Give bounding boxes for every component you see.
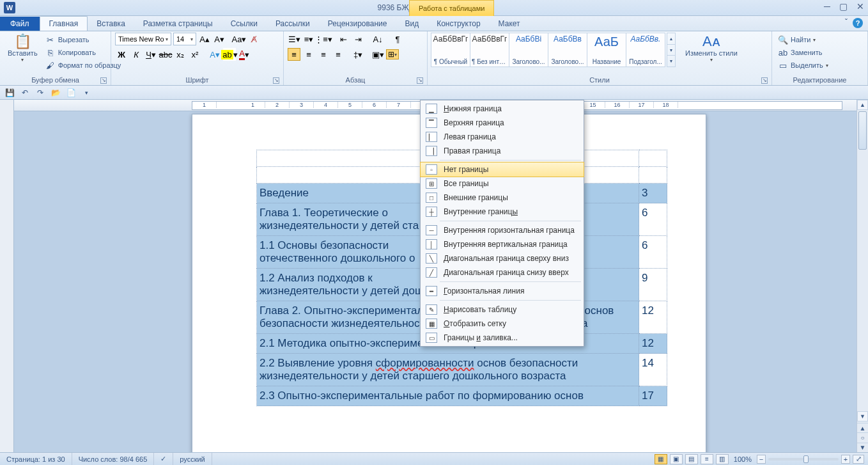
view-print-layout-button[interactable]: ▦ bbox=[655, 454, 667, 464]
menu-item-all-borders[interactable]: ⊞Все границы bbox=[421, 177, 584, 191]
subscript-button[interactable]: x₂ bbox=[174, 48, 187, 61]
decrease-indent-button[interactable]: ⇤ bbox=[337, 33, 350, 45]
zoom-out-button[interactable]: − bbox=[757, 455, 766, 464]
styles-gallery-scroll[interactable]: ▴▾▾ bbox=[667, 33, 676, 67]
style-item[interactable]: АаБбВвГг¶ Без инте... bbox=[470, 33, 509, 67]
change-case-button[interactable]: Aa▾ bbox=[233, 33, 245, 45]
view-full-screen-button[interactable]: ▣ bbox=[670, 454, 683, 464]
menu-item-view-gridlines[interactable]: ▦Отобразить сетку bbox=[421, 317, 584, 331]
tab-view[interactable]: Вид bbox=[396, 17, 428, 31]
style-item[interactable]: АаБбВвГг¶ Обычный bbox=[431, 33, 470, 67]
find-button[interactable]: 🔍Найти ▾ bbox=[776, 34, 864, 45]
status-language[interactable]: русский bbox=[173, 453, 212, 465]
prev-page-button[interactable]: ▲ bbox=[857, 423, 868, 432]
menu-item-inside-h-border[interactable]: ─Внутренняя горизонтальная граница bbox=[421, 223, 584, 237]
tab-page-layout[interactable]: Разметка страницы bbox=[134, 17, 222, 31]
menu-item-draw-table[interactable]: ✎Нарисовать таблицу bbox=[421, 303, 584, 317]
view-outline-button[interactable]: ≡ bbox=[701, 454, 713, 464]
view-draft-button[interactable]: ▥ bbox=[716, 454, 729, 464]
underline-button[interactable]: Ч▾ bbox=[144, 48, 157, 61]
font-size-combo[interactable]: 14▾ bbox=[173, 33, 196, 45]
numbering-button[interactable]: ≡▾ bbox=[302, 33, 315, 45]
style-item[interactable]: АаБбВвЗаголово... bbox=[548, 33, 587, 67]
menu-item-horizontal-line[interactable]: ━Горизонтальная линия bbox=[421, 284, 584, 298]
table-cell[interactable]: 2.3 Опытно-экспериментальные работ по фо… bbox=[257, 386, 639, 406]
paragraph-dialog-launcher[interactable]: ↘ bbox=[417, 77, 423, 84]
zoom-slider[interactable] bbox=[768, 458, 839, 461]
restore-icon[interactable]: ▢ bbox=[839, 1, 848, 12]
table-cell[interactable]: 12 bbox=[639, 334, 667, 354]
clipboard-dialog-launcher[interactable]: ↘ bbox=[100, 77, 107, 84]
grow-font-button[interactable]: A▴ bbox=[198, 33, 211, 45]
table-cell[interactable]: 2.2 Выявление уровня сформированности ос… bbox=[257, 354, 639, 386]
tab-references[interactable]: Ссылки bbox=[222, 17, 267, 31]
tab-file[interactable]: Файл bbox=[0, 17, 40, 31]
tab-home[interactable]: Главная bbox=[40, 16, 88, 31]
menu-item-borders-shading-dialog[interactable]: ▭Границы и заливка... bbox=[421, 331, 584, 345]
menu-item-bottom-border[interactable]: ▁Нижняя граница bbox=[421, 102, 584, 116]
shading-button[interactable]: ▣▾ bbox=[371, 48, 384, 61]
view-web-button[interactable]: ▤ bbox=[685, 454, 698, 464]
menu-item-diag-down-border[interactable]: ╲Диагональная граница сверху вниз bbox=[421, 251, 584, 265]
menu-item-no-border[interactable]: ▫Нет границы bbox=[421, 162, 584, 177]
status-page[interactable]: Страница: 1 из 30 bbox=[0, 453, 72, 465]
menu-item-inside-v-border[interactable]: │Внутренняя вертикальная граница bbox=[421, 237, 584, 251]
table-cell[interactable]: 6 bbox=[639, 236, 667, 269]
status-words[interactable]: Число слов: 98/4 665 bbox=[72, 453, 155, 465]
table-cell[interactable]: 6 bbox=[639, 203, 667, 236]
table-cell[interactable]: 14 bbox=[639, 354, 667, 386]
borders-button[interactable]: ⊞▾ bbox=[386, 49, 399, 59]
zoom-in-button[interactable]: + bbox=[841, 455, 850, 464]
font-dialog-launcher[interactable]: ↘ bbox=[273, 77, 279, 84]
qat-redo-button[interactable]: ↷ bbox=[35, 87, 46, 99]
tab-mailings[interactable]: Рассылки bbox=[267, 17, 319, 31]
tab-review[interactable]: Рецензирование bbox=[319, 17, 396, 31]
next-page-button[interactable]: ▼ bbox=[857, 443, 868, 452]
scroll-up-button[interactable]: ▲ bbox=[857, 100, 868, 110]
show-marks-button[interactable]: ¶ bbox=[391, 33, 404, 45]
italic-button[interactable]: К bbox=[130, 48, 143, 61]
font-name-combo[interactable]: Times New Ro▾ bbox=[115, 33, 171, 45]
sort-button[interactable]: A↓ bbox=[371, 33, 384, 45]
scroll-down-button[interactable]: ▼ bbox=[857, 411, 868, 422]
shrink-font-button[interactable]: A▾ bbox=[213, 33, 226, 45]
replace-button[interactable]: abЗаменить bbox=[776, 47, 864, 58]
highlight-button[interactable]: ab▾ bbox=[223, 48, 236, 61]
scroll-thumb[interactable] bbox=[858, 111, 867, 150]
zoom-level[interactable]: 100% bbox=[734, 455, 752, 463]
browse-object-button[interactable]: ○ bbox=[857, 432, 868, 442]
menu-item-right-border[interactable]: ▕Правая граница bbox=[421, 144, 584, 158]
style-item[interactable]: АаБНазвание bbox=[587, 33, 626, 67]
increase-indent-button[interactable]: ⇥ bbox=[352, 33, 364, 45]
align-left-button[interactable]: ≡ bbox=[288, 48, 300, 61]
qat-save-button[interactable]: 💾 bbox=[4, 87, 15, 99]
menu-item-inside-borders[interactable]: ┼Внутренние границы bbox=[421, 205, 584, 219]
qat-customize-button[interactable]: ▾ bbox=[81, 87, 92, 99]
table-cell[interactable]: 12 bbox=[639, 301, 667, 334]
menu-item-left-border[interactable]: ▏Левая граница bbox=[421, 130, 584, 144]
zoom-fit-button[interactable]: ⤢ bbox=[853, 455, 864, 464]
qat-new-button[interactable]: 📄 bbox=[65, 87, 77, 99]
change-styles-button[interactable]: Aᴀ Изменить стили▾ bbox=[681, 33, 741, 64]
bold-button[interactable]: Ж bbox=[115, 48, 128, 61]
qat-open-button[interactable]: 📂 bbox=[50, 87, 61, 99]
bullets-button[interactable]: ☰▾ bbox=[288, 33, 300, 45]
status-proofing[interactable]: ✓ bbox=[154, 453, 173, 465]
strikethrough-button[interactable]: abc bbox=[159, 48, 172, 61]
table-cell[interactable]: 3 bbox=[639, 184, 667, 203]
superscript-button[interactable]: x² bbox=[189, 48, 201, 61]
tab-insert[interactable]: Вставка bbox=[88, 17, 134, 31]
select-button[interactable]: ▭Выделить ▾ bbox=[776, 59, 864, 71]
vertical-scrollbar[interactable]: ▲ ▼ ▲ ○ ▼ bbox=[856, 100, 868, 452]
qat-undo-button[interactable]: ↶ bbox=[19, 87, 31, 99]
tab-table-design[interactable]: Конструктор bbox=[428, 17, 489, 31]
help-icon[interactable]: ? bbox=[853, 18, 863, 28]
align-right-button[interactable]: ≡ bbox=[317, 48, 330, 61]
paste-button[interactable]: 📋 Вставить ▾ bbox=[4, 33, 42, 64]
line-spacing-button[interactable]: ‡▾ bbox=[352, 48, 364, 61]
style-item[interactable]: АаБбВіЗаголово... bbox=[509, 33, 548, 67]
zoom-thumb[interactable] bbox=[803, 455, 809, 463]
style-item[interactable]: АаБбВв.Подзагол... bbox=[626, 33, 665, 67]
close-icon[interactable]: ✕ bbox=[856, 1, 864, 12]
font-color-button[interactable]: A▾ bbox=[238, 48, 251, 61]
